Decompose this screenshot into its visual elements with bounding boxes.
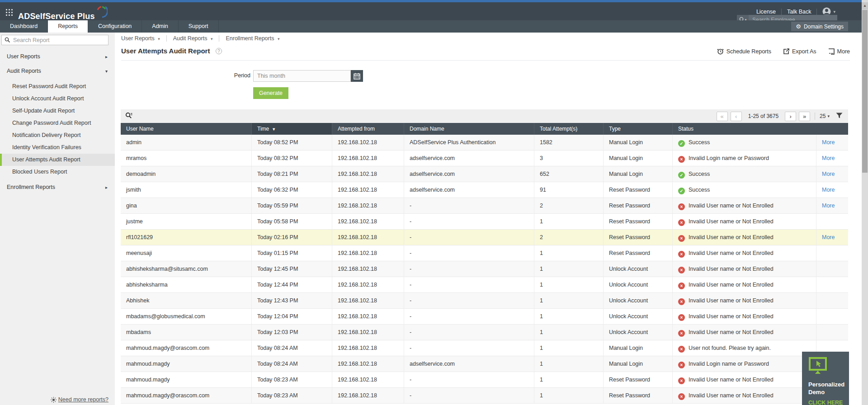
table-row: mahmoud.magdy@orascom.comToday 08:23 AM1… bbox=[121, 388, 848, 404]
cell-user: jsmith bbox=[121, 182, 252, 198]
cell-type: Manual Login bbox=[604, 340, 673, 356]
success-icon: ✓ bbox=[678, 172, 685, 179]
more-link[interactable]: More bbox=[822, 139, 835, 146]
cell-attempts: 1 bbox=[534, 356, 604, 372]
cell-status: ×Invalid User name or Not Enrolled bbox=[673, 230, 816, 245]
cell-type: Unlock Account bbox=[604, 309, 673, 324]
sidebar-item-notification-delivery-report[interactable]: Notification Delivery Report bbox=[0, 129, 115, 141]
cell-type: Manual Login bbox=[604, 135, 673, 150]
domain-settings-button[interactable]: ⚙ Domain Settings bbox=[791, 22, 848, 31]
column-header-type[interactable]: Type bbox=[604, 123, 673, 135]
demo-monitor-icon bbox=[808, 357, 827, 374]
cell-status: ×Invalid Login name or Password bbox=[673, 151, 816, 166]
next-page-button[interactable]: › bbox=[785, 112, 796, 121]
domain-settings-label: Domain Settings bbox=[804, 24, 844, 30]
more-actions-button[interactable]: More bbox=[828, 48, 850, 55]
export-as-button[interactable]: Export As bbox=[783, 48, 816, 55]
sidebar-section-enrollment-reports[interactable]: Enrollment Reports ▸ bbox=[0, 181, 115, 193]
tab-support[interactable]: Support bbox=[179, 20, 219, 33]
table-row: jsmithToday 06:32 PM192.168.102.18adself… bbox=[121, 182, 848, 198]
personalized-demo-widget[interactable]: PersonalizedDemo CLICK HERE bbox=[802, 352, 849, 405]
cell-time: Today 08:23 AM bbox=[252, 388, 332, 403]
app-grid-icon[interactable] bbox=[6, 9, 13, 18]
filter-icon[interactable] bbox=[836, 113, 843, 120]
tab-reports[interactable]: Reports bbox=[48, 20, 88, 33]
demo-click-here-link[interactable]: CLICK HERE bbox=[808, 400, 849, 405]
license-link[interactable]: License bbox=[756, 9, 776, 15]
status-text: Invalid User name or Not Enrolled bbox=[689, 313, 774, 320]
sidebar-item-unlock-account-audit-report[interactable]: Unlock Account Audit Report bbox=[0, 93, 115, 105]
pagination: « ‹ 1-25 of 3675 › » 25 ▾ bbox=[717, 109, 845, 123]
sidebar-section-audit-reports[interactable]: Audit Reports ▾ bbox=[0, 65, 115, 77]
more-icon bbox=[828, 48, 835, 55]
scroll-up-button[interactable]: ▲ bbox=[862, 2, 868, 9]
column-header-attempted-from[interactable]: Attempted from bbox=[332, 123, 404, 135]
more-link[interactable]: More bbox=[822, 187, 835, 193]
generate-button[interactable]: Generate bbox=[253, 87, 288, 99]
cell-attempts: 2 bbox=[534, 198, 604, 213]
sidebar-section-user-reports[interactable]: User Reports ▸ bbox=[0, 51, 115, 63]
error-icon: × bbox=[678, 219, 685, 226]
cell-more bbox=[816, 309, 848, 324]
cell-from: 192.168.102.18 bbox=[332, 198, 404, 213]
sidebar-item-reset-password-audit-report[interactable]: Reset Password Audit Report bbox=[0, 80, 115, 93]
more-link[interactable]: More bbox=[822, 202, 835, 209]
page-size-dropdown[interactable]: 25 ▾ bbox=[820, 113, 830, 119]
sidebar-item-identity-verification-failures[interactable]: Identity Verification Failures bbox=[0, 141, 115, 154]
menu-user-reports[interactable]: User Reports ▾ bbox=[121, 35, 166, 42]
vertical-scrollbar[interactable]: ▲ bbox=[862, 0, 868, 405]
menu-enrollment-reports[interactable]: Enrollment Reports ▾ bbox=[219, 35, 286, 42]
cell-type: Reset Password bbox=[604, 198, 673, 213]
column-header-domain-name[interactable]: Domain Name bbox=[404, 123, 534, 135]
first-page-button[interactable]: « bbox=[717, 112, 728, 121]
tab-dashboard[interactable]: Dashboard bbox=[0, 20, 48, 33]
status-text: Invalid User name or Not Enrolled bbox=[689, 297, 774, 304]
cell-status: ✓Success bbox=[673, 182, 816, 198]
report-search-input[interactable]: Search Report bbox=[1, 35, 108, 45]
column-header-user-name[interactable]: User Name bbox=[121, 123, 252, 135]
cell-status: ×Invalid User name or Not Enrolled bbox=[673, 325, 816, 340]
column-header-status[interactable]: Status bbox=[673, 123, 816, 135]
sidebar-item-self-update-audit-report[interactable]: Self-Update Audit Report bbox=[0, 105, 115, 117]
need-more-reports-link[interactable]: Need more reports? bbox=[58, 396, 108, 403]
last-page-button[interactable]: » bbox=[799, 112, 810, 121]
cell-status: ✓Success bbox=[673, 135, 816, 150]
cell-status: ×Invalid User name or Not Enrolled bbox=[673, 309, 816, 324]
tab-admin[interactable]: Admin bbox=[142, 20, 178, 33]
talkback-link[interactable]: Talk Back bbox=[787, 9, 811, 15]
cell-more: More bbox=[816, 230, 848, 245]
prev-page-button[interactable]: ‹ bbox=[731, 112, 742, 121]
divider bbox=[781, 9, 782, 15]
cell-time: Today 05:59 PM bbox=[252, 198, 332, 213]
calendar-button[interactable] bbox=[351, 70, 363, 82]
sort-desc-icon: ▼ bbox=[272, 127, 276, 132]
more-link[interactable]: More bbox=[822, 155, 835, 161]
cell-user: meenusaji bbox=[121, 245, 252, 261]
help-icon[interactable]: ? bbox=[216, 48, 222, 54]
period-input[interactable]: This month bbox=[253, 70, 351, 82]
tab-configuration[interactable]: Configuration bbox=[88, 20, 142, 33]
more-link[interactable]: More bbox=[822, 234, 835, 240]
schedule-reports-button[interactable]: Schedule Reports bbox=[717, 48, 771, 55]
column-header-time[interactable]: Time▼ bbox=[252, 123, 332, 135]
cell-attempts: 1 bbox=[534, 372, 604, 387]
column-header-total-attempts[interactable]: Total Attempt(s) bbox=[534, 123, 604, 135]
cell-status: ×Invalid Login name or Password bbox=[673, 356, 816, 372]
cell-attempts: 1 bbox=[534, 388, 604, 403]
table-row: meenusajiToday 01:15 PM192.168.102.18-1R… bbox=[121, 245, 848, 261]
status-text: Invalid Login name or Password bbox=[689, 155, 769, 161]
cell-type: Manual Login bbox=[604, 151, 673, 166]
sidebar-item-blocked-users-report[interactable]: Blocked Users Report bbox=[0, 166, 115, 178]
scrollbar-thumb[interactable] bbox=[862, 10, 868, 173]
cell-time: Today 12:45 PM bbox=[252, 261, 332, 277]
sidebar-item-change-password-audit-report[interactable]: Change Password Audit Report bbox=[0, 117, 115, 129]
more-link[interactable]: More bbox=[822, 171, 835, 177]
table-row: mramosToday 08:32 PM192.168.102.18adself… bbox=[121, 151, 848, 166]
column-search-icon[interactable] bbox=[125, 112, 132, 121]
cell-user: demoadmin bbox=[121, 166, 252, 182]
status-text: Invalid User name or Not Enrolled bbox=[689, 266, 774, 272]
sidebar-item-user-attempts-audit-report[interactable]: User Attempts Audit Report bbox=[0, 154, 115, 166]
table-row: mahmoud.magdy@orascom.comToday 08:24 AM1… bbox=[121, 340, 848, 356]
menu-audit-reports[interactable]: Audit Reports ▾ bbox=[167, 35, 219, 42]
cell-from: 192.168.102.18 bbox=[332, 340, 404, 356]
